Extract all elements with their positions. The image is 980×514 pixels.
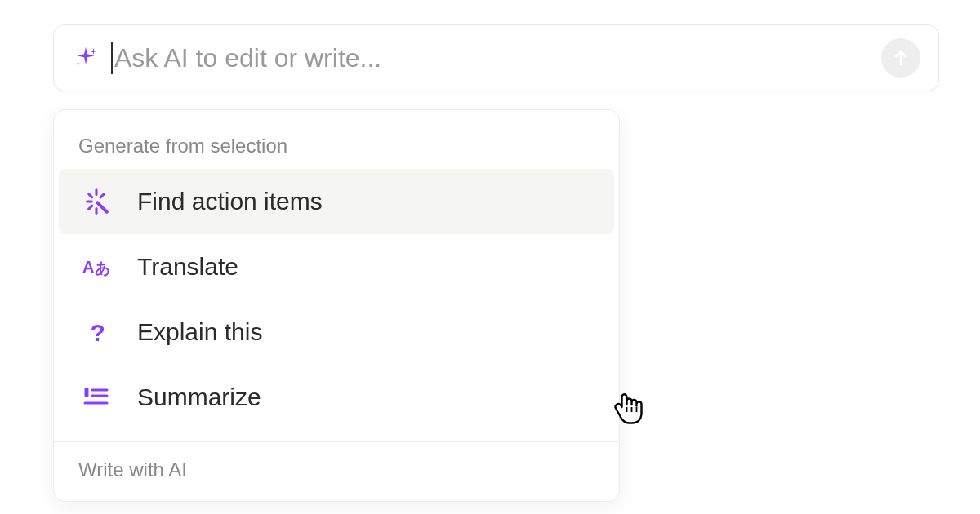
svg-line-4: [100, 194, 104, 197]
menu-item-translate[interactable]: A あ Translate: [54, 234, 619, 299]
menu-item-label: Find action items: [137, 188, 323, 215]
svg-line-5: [89, 206, 92, 209]
section-label-write: Write with AI: [54, 442, 619, 501]
send-button[interactable]: [881, 38, 920, 78]
svg-text:?: ?: [91, 320, 105, 344]
sparkle-icon: [72, 44, 100, 72]
menu-item-summarize[interactable]: Summarize: [54, 365, 619, 430]
menu-item-label: Translate: [137, 253, 238, 281]
ai-input-placeholder[interactable]: Ask AI to edit or write...: [114, 43, 881, 73]
svg-line-3: [89, 194, 92, 197]
ai-actions-dropdown: Generate from selection Find action item…: [53, 109, 620, 502]
text-caret: [111, 42, 113, 74]
svg-text:あ: あ: [95, 259, 110, 277]
ai-input-bar[interactable]: Ask AI to edit or write...: [53, 24, 939, 91]
menu-item-label: Summarize: [137, 383, 261, 411]
menu-item-find-action-items[interactable]: Find action items: [59, 169, 614, 234]
summarize-icon: [78, 379, 114, 415]
svg-text:A: A: [82, 258, 94, 276]
menu-item-explain-this[interactable]: ? Explain this: [54, 299, 619, 365]
menu-item-label: Explain this: [137, 318, 262, 346]
arrow-up-icon: [891, 48, 911, 68]
magic-wand-icon: [78, 184, 114, 219]
svg-line-6: [97, 202, 106, 211]
translate-icon: A あ: [78, 249, 114, 285]
section-label-generate: Generate from selection: [54, 128, 619, 169]
question-icon: ?: [78, 314, 114, 350]
